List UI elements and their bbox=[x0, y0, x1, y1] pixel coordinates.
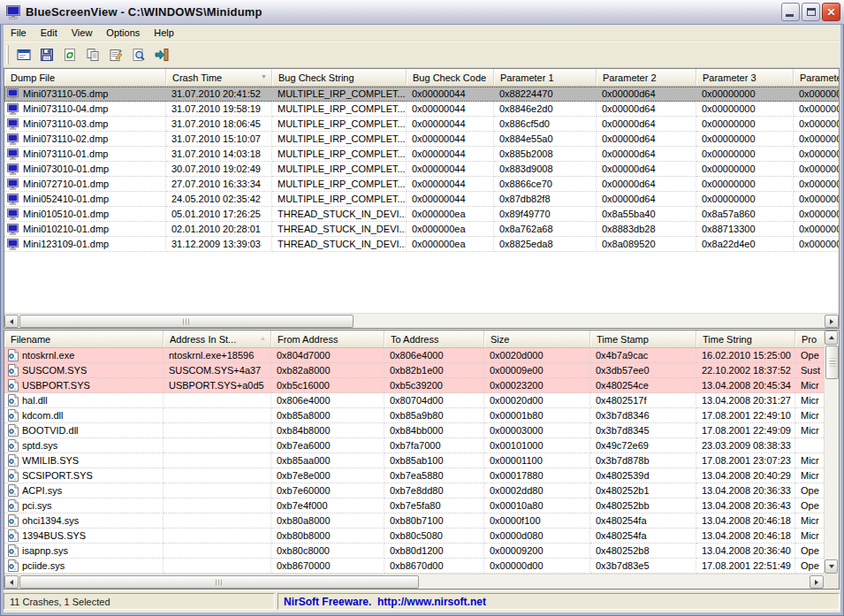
row-cell: 0x00000d64 bbox=[597, 192, 696, 207]
table-row[interactable]: isapnp.sys0xb80c80000xb80d12000x00009200… bbox=[4, 544, 839, 559]
column-header-time-stamp[interactable]: Time Stamp bbox=[590, 331, 696, 347]
column-header-dump-file[interactable]: Dump File bbox=[4, 69, 166, 86]
row-name-cell: Mini010510-01.dmp bbox=[4, 207, 166, 222]
row-cell: 0x000000 bbox=[794, 117, 839, 132]
table-row[interactable]: hal.dll0x806e40000x80704d000x00020d000x4… bbox=[4, 393, 839, 408]
column-header-bug-check-string[interactable]: Bug Check String bbox=[272, 69, 407, 86]
arrow-right-icon bbox=[815, 580, 818, 585]
column-header-to-address[interactable]: To Address bbox=[384, 331, 484, 347]
row-cell: MULTIPLE_IRP_COMPLET... bbox=[272, 132, 407, 147]
status-branding-link[interactable]: NirSoft Freeware. http://www.nirsoft.net bbox=[278, 593, 840, 610]
row-name-label: Mini052410-01.dmp bbox=[23, 194, 109, 204]
table-row[interactable]: SCSIPORT.SYS0xb7e8e0000xb7ea58800x000178… bbox=[4, 468, 839, 483]
table-row[interactable]: Mini073110-04.dmp31.07.2010 19:58:19MULT… bbox=[4, 102, 839, 117]
table-row[interactable]: Mini052410-01.dmp24.05.2010 02:35:42MULT… bbox=[4, 192, 839, 207]
exit-button[interactable] bbox=[151, 44, 172, 65]
table-row[interactable]: Mini010210-01.dmp02.01.2010 20:28:01THRE… bbox=[4, 222, 839, 237]
menu-file[interactable]: File bbox=[4, 26, 34, 41]
menu-bar: FileEditViewOptionsHelp bbox=[4, 25, 840, 42]
row-name-cell: Mini123109-01.dmp bbox=[4, 237, 166, 252]
table-row[interactable]: Mini073110-05.dmp31.07.2010 20:41:52MULT… bbox=[4, 87, 839, 102]
row-cell: 0xb5c16000 bbox=[271, 378, 384, 393]
row-name-cell: ohci1394.sys bbox=[4, 513, 163, 529]
row-name-label: kdcom.dll bbox=[22, 410, 63, 421]
driver-list-hscrollbar[interactable] bbox=[4, 574, 824, 589]
row-cell: 0x804d7000 bbox=[271, 348, 384, 363]
row-cell: 0x88713300 bbox=[696, 222, 794, 237]
table-row[interactable]: SUSCOM.SYSSUSCOM.SYS+4a370xb82a80000xb82… bbox=[4, 363, 839, 378]
toolbar-grip[interactable] bbox=[6, 45, 9, 65]
row-cell: 13.04.2008 20:40:29 bbox=[696, 468, 795, 483]
row-name-cell: ACPI.sys bbox=[4, 483, 163, 498]
table-row[interactable]: ACPI.sys0xb7e600000xb7e8dd800x0002dd800x… bbox=[4, 483, 839, 498]
table-row[interactable]: Mini073110-01.dmp31.07.2010 14:03:18MULT… bbox=[4, 147, 839, 162]
table-row[interactable]: kdcom.dll0xb85a80000xb85a9b800x00001b800… bbox=[4, 408, 839, 423]
row-name-label: sptd.sys bbox=[22, 440, 57, 451]
column-header-address-in-st[interactable]: Address In St...▲ bbox=[163, 331, 271, 347]
table-row[interactable]: 1394BUS.SYS0xb80b80000xb80c50800x0000d08… bbox=[4, 529, 839, 544]
row-cell: 0xb7e8e000 bbox=[271, 468, 384, 483]
maximize-button[interactable] bbox=[802, 3, 820, 21]
table-row[interactable]: Mini123109-01.dmp31.12.2009 13:39:03THRE… bbox=[4, 237, 839, 252]
column-header-parameter-3[interactable]: Parameter 3 bbox=[696, 69, 794, 86]
row-cell: 13.04.2008 20:36:43 bbox=[696, 498, 795, 513]
column-header-bug-check-code[interactable]: Bug Check Code bbox=[407, 69, 494, 86]
table-row[interactable]: Mini073110-03.dmp31.07.2010 18:06:45MULT… bbox=[4, 117, 839, 132]
column-header-parameter-4[interactable]: Parameter 4 bbox=[794, 69, 839, 86]
minimize-button[interactable] bbox=[781, 3, 800, 21]
table-row[interactable]: USBPORT.SYSUSBPORT.SYS+a0d50xb5c160000xb… bbox=[4, 378, 839, 393]
row-name-cell: USBPORT.SYS bbox=[4, 378, 163, 393]
minidump-monitor-icon bbox=[7, 194, 19, 205]
table-row[interactable]: pciide.sys0xb86700000xb8670d000x00000d00… bbox=[4, 559, 839, 574]
scroll-right-button[interactable] bbox=[825, 315, 839, 328]
scroll-left-button[interactable] bbox=[4, 315, 19, 328]
driver-list-vscrollbar[interactable] bbox=[824, 331, 839, 574]
table-row[interactable]: pci.sys0xb7e4f0000xb7e5fa800x00010a800x4… bbox=[4, 498, 839, 513]
scroll-up-button[interactable] bbox=[825, 331, 838, 345]
menu-edit[interactable]: Edit bbox=[34, 26, 65, 41]
column-header-from-address[interactable]: From Address bbox=[271, 331, 384, 347]
title-bar[interactable]: BlueScreenView - C:\WINDOWS\Minidump ✕ bbox=[0, 0, 844, 25]
column-header-crash-time[interactable]: Crash Time▼ bbox=[166, 69, 272, 86]
column-header-size[interactable]: Size bbox=[484, 331, 590, 347]
column-header-parameter-2[interactable]: Parameter 2 bbox=[597, 69, 696, 86]
advanced-options-button[interactable] bbox=[13, 44, 34, 65]
scroll-down-button[interactable] bbox=[825, 559, 838, 574]
table-row[interactable]: Mini073010-01.dmp30.07.2010 19:02:49MULT… bbox=[4, 162, 839, 177]
row-name-label: ACPI.sys bbox=[22, 485, 62, 496]
column-header-time-string[interactable]: Time String bbox=[696, 331, 795, 347]
table-row[interactable]: Mini073110-02.dmp31.07.2010 15:10:07MULT… bbox=[4, 132, 839, 147]
row-cell: 0x87db82f8 bbox=[494, 192, 597, 207]
find-button[interactable] bbox=[128, 44, 149, 65]
save-button[interactable] bbox=[36, 44, 57, 65]
table-row[interactable]: ohci1394.sys0xb80a80000xb80b71000x0000f1… bbox=[4, 513, 839, 529]
column-header-filename[interactable]: Filename bbox=[4, 331, 163, 347]
table-row[interactable]: Mini010510-01.dmp05.01.2010 17:26:25THRE… bbox=[4, 207, 839, 222]
row-name-cell: WMILIB.SYS bbox=[4, 453, 163, 468]
row-cell bbox=[163, 559, 271, 574]
driver-list-pane: FilenameAddress In St...▲From AddressTo … bbox=[4, 330, 840, 589]
menu-view[interactable]: View bbox=[65, 26, 100, 41]
row-cell: 0x8a762a68 bbox=[494, 222, 597, 237]
menu-options[interactable]: Options bbox=[99, 26, 147, 41]
properties-button[interactable] bbox=[105, 44, 126, 65]
hscroll-thumb[interactable] bbox=[19, 575, 419, 589]
table-row[interactable]: WMILIB.SYS0xb85aa0000xb85ab1000x00001100… bbox=[4, 453, 839, 468]
column-header-label: Parameter 4 bbox=[800, 72, 839, 83]
hscroll-thumb[interactable] bbox=[19, 315, 354, 328]
table-row[interactable]: sptd.sys0xb7ea60000xb7fa70000x001010000x… bbox=[4, 438, 839, 453]
table-row[interactable]: Mini072710-01.dmp27.07.2010 16:33:34MULT… bbox=[4, 177, 839, 192]
vscroll-thumb[interactable] bbox=[825, 346, 839, 379]
table-row[interactable]: BOOTVID.dll0xb84b80000xb84bb0000x0000300… bbox=[4, 423, 839, 438]
close-button[interactable]: ✕ bbox=[822, 3, 840, 21]
copy-button[interactable] bbox=[82, 44, 103, 65]
refresh-button[interactable] bbox=[59, 44, 80, 65]
crash-list-hscrollbar[interactable] bbox=[4, 313, 839, 328]
menu-help[interactable]: Help bbox=[147, 26, 181, 41]
scroll-left-button[interactable] bbox=[4, 575, 19, 589]
row-name-label: Mini073110-02.dmp bbox=[23, 133, 108, 144]
table-row[interactable]: ntoskrnl.exentoskrnl.exe+185960x804d7000… bbox=[4, 348, 839, 363]
row-cell: 31.07.2010 19:58:19 bbox=[166, 102, 272, 117]
scroll-right-button[interactable] bbox=[810, 575, 824, 589]
column-header-parameter-1[interactable]: Parameter 1 bbox=[494, 69, 597, 86]
